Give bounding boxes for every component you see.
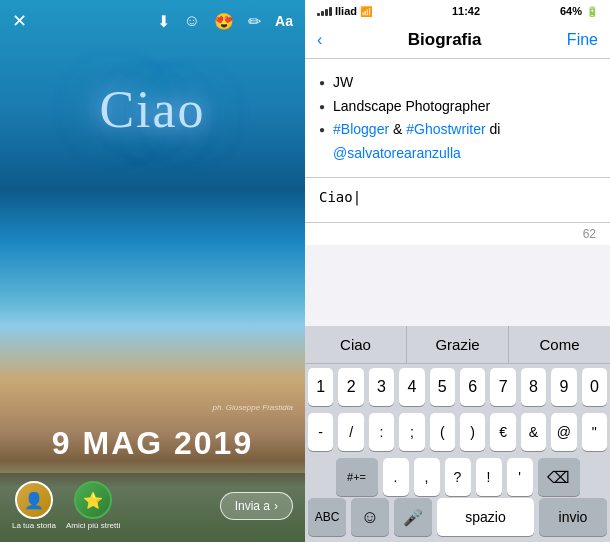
text-format-button[interactable]: Aa xyxy=(275,13,293,29)
battery-icon: 🔋 xyxy=(586,6,598,17)
story-top-bar: ✕ ⬇ ☺ 😍 ✏ Aa xyxy=(0,0,305,42)
bio-input[interactable]: Ciao| xyxy=(319,188,596,212)
status-bar: Iliad 📶 11:42 64% 🔋 xyxy=(305,0,610,22)
signal-bar-2 xyxy=(321,11,324,16)
your-story-wrapper[interactable]: 👤 La tua storia xyxy=(12,481,56,530)
story-date-section: 9 MAG 2019 xyxy=(0,425,305,462)
bullet-2: ● xyxy=(319,100,325,114)
close-button[interactable]: ✕ xyxy=(12,10,27,32)
key-9[interactable]: 9 xyxy=(551,368,576,406)
bio-link-text: @salvatorearanzulla xyxy=(333,144,461,164)
time-display: 11:42 xyxy=(452,5,480,17)
story-ciao-text: Ciao xyxy=(99,80,205,139)
key-close-paren[interactable]: ) xyxy=(460,413,485,451)
face-smile-icon[interactable]: ☺ xyxy=(184,12,200,30)
story-panel: ✕ ⬇ ☺ 😍 ✏ Aa Ciao ph. Giuseppe Frastidia… xyxy=(0,0,305,542)
bullet-3: ● xyxy=(319,123,325,137)
keyboard-rows: 1 2 3 4 5 6 7 8 9 0 - / : ; ( ) € & xyxy=(305,364,610,498)
bio-line-1: ● JW xyxy=(319,73,596,93)
key-colon[interactable]: : xyxy=(369,413,394,451)
mic-key[interactable]: 🎤 xyxy=(394,498,432,536)
key-question[interactable]: ? xyxy=(445,458,471,496)
your-story-avatar[interactable]: 👤 xyxy=(15,481,53,519)
keyboard: Ciao Grazie Come 1 2 3 4 5 6 7 8 9 0 - / xyxy=(305,326,610,542)
keyboard-bottom-row: ABC ☺ 🎤 spazio invio xyxy=(305,498,610,542)
return-key[interactable]: invio xyxy=(539,498,607,536)
send-button-label: Invia a xyxy=(235,499,270,513)
delete-key[interactable]: ⌫ xyxy=(538,458,580,496)
char-count-area: 62 xyxy=(305,223,610,245)
key-more-symbols[interactable]: #+= xyxy=(336,458,378,496)
key-ampersand[interactable]: & xyxy=(521,413,546,451)
key-comma[interactable]: , xyxy=(414,458,440,496)
key-row-symbols: - / : ; ( ) € & @ " xyxy=(308,413,607,451)
key-at[interactable]: @ xyxy=(551,413,576,451)
key-exclamation[interactable]: ! xyxy=(476,458,502,496)
key-apostrophe[interactable]: ' xyxy=(507,458,533,496)
biography-panel: Iliad 📶 11:42 64% 🔋 ‹ Biografia Fine ● J… xyxy=(305,0,610,542)
emoji-key[interactable]: ☺ xyxy=(351,498,389,536)
battery-percentage: 64% xyxy=(560,5,582,17)
key-row-numbers: 1 2 3 4 5 6 7 8 9 0 xyxy=(308,368,607,406)
key-4[interactable]: 4 xyxy=(399,368,424,406)
key-8[interactable]: 8 xyxy=(521,368,546,406)
pen-icon[interactable]: ✏ xyxy=(248,12,261,31)
key-1[interactable]: 1 xyxy=(308,368,333,406)
close-friends-label: Amici più stretti xyxy=(66,521,120,530)
bio-text-3: #Blogger & #Ghostwriter di xyxy=(333,120,500,140)
bio-text-2: Landscape Photographer xyxy=(333,97,490,117)
watermark-text: ph. Giuseppe Frastidia xyxy=(213,403,294,412)
bio-line-2: ● Landscape Photographer xyxy=(319,97,596,117)
bullet-1: ● xyxy=(319,76,325,90)
suggestion-2[interactable]: Grazie xyxy=(407,326,509,363)
download-icon[interactable]: ⬇ xyxy=(157,12,170,31)
page-title: Biografia xyxy=(408,30,482,50)
key-open-paren[interactable]: ( xyxy=(430,413,455,451)
abc-key[interactable]: ABC xyxy=(308,498,346,536)
close-friends-avatar[interactable]: ⭐ xyxy=(74,481,112,519)
your-story-label: La tua storia xyxy=(12,521,56,530)
signal-icon xyxy=(317,7,332,16)
back-button[interactable]: ‹ xyxy=(317,31,322,49)
bio-content: ● JW ● Landscape Photographer ● #Blogger… xyxy=(305,59,610,178)
wifi-icon: 📶 xyxy=(360,6,372,17)
bio-input-section: Ciao| xyxy=(305,178,610,223)
key-6[interactable]: 6 xyxy=(460,368,485,406)
signal-bar-3 xyxy=(325,9,328,16)
story-date-text: 9 MAG 2019 xyxy=(0,425,305,462)
status-left: Iliad 📶 xyxy=(317,5,372,17)
space-key[interactable]: spazio xyxy=(437,498,534,536)
signal-bar-1 xyxy=(317,13,320,16)
nav-bar: ‹ Biografia Fine xyxy=(305,22,610,59)
char-count: 62 xyxy=(583,227,596,241)
bio-text-1: JW xyxy=(333,73,353,93)
story-tools: ⬇ ☺ 😍 ✏ Aa xyxy=(157,12,293,31)
suggestions-row: Ciao Grazie Come xyxy=(305,326,610,364)
suggestion-1[interactable]: Ciao xyxy=(305,326,407,363)
key-7[interactable]: 7 xyxy=(490,368,515,406)
send-chevron-icon: › xyxy=(274,499,278,513)
key-row-punct: #+= . , ? ! ' ⌫ xyxy=(308,458,607,496)
key-5[interactable]: 5 xyxy=(430,368,455,406)
send-button[interactable]: Invia a › xyxy=(220,492,293,520)
suggestion-3[interactable]: Come xyxy=(509,326,610,363)
key-euro[interactable]: € xyxy=(490,413,515,451)
key-3[interactable]: 3 xyxy=(369,368,394,406)
key-period[interactable]: . xyxy=(383,458,409,496)
signal-bar-4 xyxy=(329,7,332,16)
status-right: 64% 🔋 xyxy=(560,5,598,17)
key-2[interactable]: 2 xyxy=(338,368,363,406)
key-0[interactable]: 0 xyxy=(582,368,607,406)
bio-line-3: ● #Blogger & #Ghostwriter di xyxy=(319,120,596,140)
face-hearts-icon[interactable]: 😍 xyxy=(214,12,234,31)
carrier-label: Iliad xyxy=(335,5,357,17)
story-bottom-bar: 👤 La tua storia ⭐ Amici più stretti Invi… xyxy=(0,473,305,542)
bio-line-4: ● @salvatorearanzulla xyxy=(319,144,596,164)
key-minus[interactable]: - xyxy=(308,413,333,451)
key-semicolon[interactable]: ; xyxy=(399,413,424,451)
key-quote[interactable]: " xyxy=(582,413,607,451)
done-button[interactable]: Fine xyxy=(567,31,598,49)
close-friends-wrapper[interactable]: ⭐ Amici più stretti xyxy=(66,481,120,530)
key-slash[interactable]: / xyxy=(338,413,363,451)
